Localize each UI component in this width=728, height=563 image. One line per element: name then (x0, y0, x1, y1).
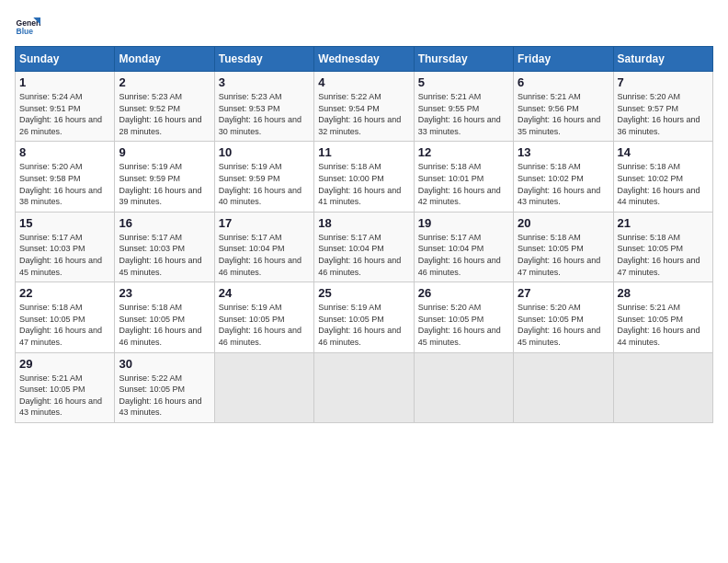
calendar-cell: 17Sunrise: 5:17 AMSunset: 10:04 PMDaylig… (214, 212, 313, 282)
calendar-cell: 24Sunrise: 5:19 AMSunset: 10:05 PMDaylig… (214, 282, 313, 352)
calendar-cell: 4Sunrise: 5:22 AMSunset: 9:54 PMDaylight… (314, 72, 414, 142)
day-number: 8 (19, 145, 110, 159)
calendar-cell (214, 352, 313, 422)
day-number: 18 (318, 216, 409, 230)
day-info: Sunrise: 5:19 AMSunset: 10:05 PMDaylight… (318, 303, 401, 347)
day-info: Sunrise: 5:20 AMSunset: 9:58 PMDaylight:… (19, 162, 102, 206)
calendar-cell: 7Sunrise: 5:20 AMSunset: 9:57 PMDaylight… (613, 72, 712, 142)
day-number: 25 (318, 286, 409, 300)
day-info: Sunrise: 5:22 AMSunset: 9:54 PMDaylight:… (318, 92, 401, 136)
calendar-cell: 2Sunrise: 5:23 AMSunset: 9:52 PMDaylight… (115, 72, 214, 142)
calendar-cell: 16Sunrise: 5:17 AMSunset: 10:03 PMDaylig… (115, 212, 214, 282)
calendar-cell: 28Sunrise: 5:21 AMSunset: 10:05 PMDaylig… (613, 282, 712, 352)
day-number: 4 (318, 75, 409, 89)
day-number: 30 (119, 357, 210, 371)
day-number: 21 (618, 216, 709, 230)
week-row-1: 1Sunrise: 5:24 AMSunset: 9:51 PMDaylight… (16, 72, 713, 142)
day-info: Sunrise: 5:18 AMSunset: 10:02 PMDaylight… (518, 162, 600, 206)
week-row-5: 29Sunrise: 5:21 AMSunset: 10:05 PMDaylig… (16, 352, 713, 422)
header-thursday: Thursday (414, 47, 513, 72)
day-number: 13 (518, 145, 609, 159)
svg-text:Blue: Blue (17, 27, 34, 36)
day-number: 14 (618, 145, 709, 159)
week-row-4: 22Sunrise: 5:18 AMSunset: 10:05 PMDaylig… (16, 282, 713, 352)
day-number: 1 (19, 75, 110, 89)
day-info: Sunrise: 5:21 AMSunset: 10:05 PMDaylight… (19, 373, 102, 418)
day-number: 24 (219, 286, 310, 300)
calendar-cell: 15Sunrise: 5:17 AMSunset: 10:03 PMDaylig… (16, 212, 115, 282)
day-info: Sunrise: 5:17 AMSunset: 10:03 PMDaylight… (119, 233, 201, 277)
week-row-2: 8Sunrise: 5:20 AMSunset: 9:58 PMDaylight… (16, 142, 713, 212)
day-number: 15 (19, 216, 110, 230)
day-info: Sunrise: 5:24 AMSunset: 9:51 PMDaylight:… (19, 92, 102, 136)
day-number: 6 (518, 75, 609, 89)
day-info: Sunrise: 5:20 AMSunset: 9:57 PMDaylight:… (618, 92, 700, 136)
calendar-cell: 13Sunrise: 5:18 AMSunset: 10:02 PMDaylig… (514, 142, 613, 212)
calendar-cell (514, 352, 613, 422)
day-info: Sunrise: 5:19 AMSunset: 10:05 PMDaylight… (219, 303, 301, 347)
day-number: 28 (618, 286, 709, 300)
day-number: 27 (518, 286, 609, 300)
week-row-3: 15Sunrise: 5:17 AMSunset: 10:03 PMDaylig… (16, 212, 713, 282)
page-header: General Blue (15, 15, 713, 40)
day-number: 26 (418, 286, 509, 300)
day-info: Sunrise: 5:18 AMSunset: 10:05 PMDaylight… (618, 233, 700, 277)
day-info: Sunrise: 5:18 AMSunset: 10:05 PMDaylight… (19, 303, 102, 347)
calendar-header-row: SundayMondayTuesdayWednesdayThursdayFrid… (16, 47, 713, 72)
logo: General Blue (15, 15, 40, 40)
day-number: 16 (119, 216, 210, 230)
day-number: 5 (418, 75, 509, 89)
calendar-cell (613, 352, 712, 422)
calendar-cell: 5Sunrise: 5:21 AMSunset: 9:55 PMDaylight… (414, 72, 513, 142)
calendar-cell: 21Sunrise: 5:18 AMSunset: 10:05 PMDaylig… (613, 212, 712, 282)
header-wednesday: Wednesday (314, 47, 414, 72)
day-info: Sunrise: 5:18 AMSunset: 10:01 PMDaylight… (418, 162, 501, 206)
day-info: Sunrise: 5:23 AMSunset: 9:53 PMDaylight:… (219, 92, 301, 136)
calendar-cell: 14Sunrise: 5:18 AMSunset: 10:02 PMDaylig… (613, 142, 712, 212)
day-number: 17 (219, 216, 310, 230)
day-number: 9 (119, 145, 210, 159)
day-info: Sunrise: 5:18 AMSunset: 10:02 PMDaylight… (618, 162, 700, 206)
day-info: Sunrise: 5:22 AMSunset: 10:05 PMDaylight… (119, 373, 201, 418)
header-saturday: Saturday (613, 47, 712, 72)
header-tuesday: Tuesday (214, 47, 313, 72)
calendar-cell: 12Sunrise: 5:18 AMSunset: 10:01 PMDaylig… (414, 142, 513, 212)
calendar-cell: 26Sunrise: 5:20 AMSunset: 10:05 PMDaylig… (414, 282, 513, 352)
header-friday: Friday (514, 47, 613, 72)
logo-icon: General Blue (15, 15, 40, 40)
calendar-cell: 18Sunrise: 5:17 AMSunset: 10:04 PMDaylig… (314, 212, 414, 282)
day-info: Sunrise: 5:17 AMSunset: 10:04 PMDaylight… (219, 233, 301, 277)
calendar-cell: 27Sunrise: 5:20 AMSunset: 10:05 PMDaylig… (514, 282, 613, 352)
day-number: 22 (19, 286, 110, 300)
header-sunday: Sunday (16, 47, 115, 72)
calendar-cell: 8Sunrise: 5:20 AMSunset: 9:58 PMDaylight… (16, 142, 115, 212)
day-number: 11 (318, 145, 409, 159)
calendar-cell: 11Sunrise: 5:18 AMSunset: 10:00 PMDaylig… (314, 142, 414, 212)
day-number: 29 (19, 357, 110, 371)
day-info: Sunrise: 5:20 AMSunset: 10:05 PMDaylight… (418, 303, 501, 347)
day-info: Sunrise: 5:19 AMSunset: 9:59 PMDaylight:… (119, 162, 201, 206)
calendar-cell: 22Sunrise: 5:18 AMSunset: 10:05 PMDaylig… (16, 282, 115, 352)
day-info: Sunrise: 5:18 AMSunset: 10:00 PMDaylight… (318, 162, 401, 206)
day-number: 19 (418, 216, 509, 230)
calendar-cell: 29Sunrise: 5:21 AMSunset: 10:05 PMDaylig… (16, 352, 115, 422)
calendar-cell: 1Sunrise: 5:24 AMSunset: 9:51 PMDaylight… (16, 72, 115, 142)
calendar-cell: 9Sunrise: 5:19 AMSunset: 9:59 PMDaylight… (115, 142, 214, 212)
day-number: 20 (518, 216, 609, 230)
day-info: Sunrise: 5:23 AMSunset: 9:52 PMDaylight:… (119, 92, 201, 136)
day-info: Sunrise: 5:17 AMSunset: 10:04 PMDaylight… (318, 233, 401, 277)
day-info: Sunrise: 5:17 AMSunset: 10:04 PMDaylight… (418, 233, 501, 277)
header-monday: Monday (115, 47, 214, 72)
day-info: Sunrise: 5:19 AMSunset: 9:59 PMDaylight:… (219, 162, 301, 206)
day-info: Sunrise: 5:21 AMSunset: 9:56 PMDaylight:… (518, 92, 600, 136)
calendar-cell: 30Sunrise: 5:22 AMSunset: 10:05 PMDaylig… (115, 352, 214, 422)
day-number: 3 (219, 75, 310, 89)
calendar-cell: 23Sunrise: 5:18 AMSunset: 10:05 PMDaylig… (115, 282, 214, 352)
day-info: Sunrise: 5:17 AMSunset: 10:03 PMDaylight… (19, 233, 102, 277)
day-number: 23 (119, 286, 210, 300)
calendar-table: SundayMondayTuesdayWednesdayThursdayFrid… (15, 46, 713, 423)
calendar-cell: 25Sunrise: 5:19 AMSunset: 10:05 PMDaylig… (314, 282, 414, 352)
day-info: Sunrise: 5:20 AMSunset: 10:05 PMDaylight… (518, 303, 600, 347)
calendar-cell (314, 352, 414, 422)
day-info: Sunrise: 5:18 AMSunset: 10:05 PMDaylight… (119, 303, 201, 347)
